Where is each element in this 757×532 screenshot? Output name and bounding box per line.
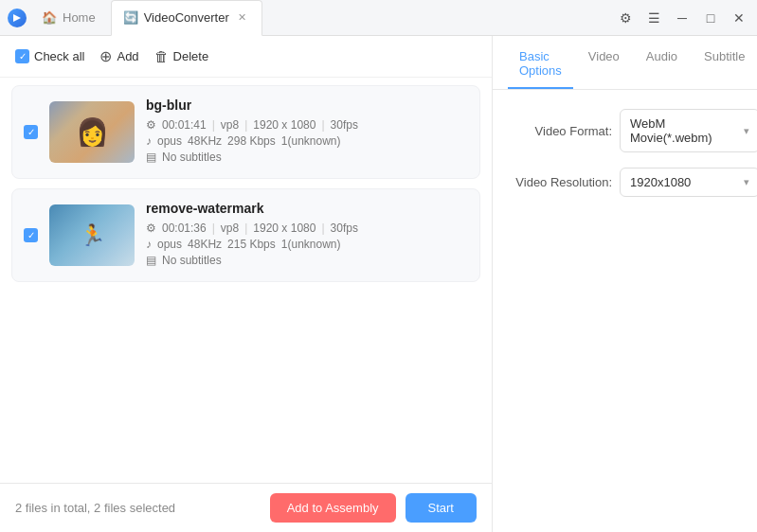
check-all-label: Check all <box>34 49 84 63</box>
home-icon: 🏠 <box>42 10 57 25</box>
tab-video[interactable]: Video <box>577 36 631 89</box>
video-resolution-row: Video Resolution: 1920x1080 ▾ <box>508 168 757 197</box>
app-icon <box>8 9 27 27</box>
file-meta-video-2: ⚙ 00:01:36 | vp8 | 1920 x 1080 | 30fps <box>146 222 468 235</box>
file-meta-audio-1: ♪ opus 48KHz 298 Kbps 1(unknown) <box>146 134 468 148</box>
settings-button[interactable]: ⚙ <box>615 8 636 28</box>
home-tab-label: Home <box>63 10 96 25</box>
add-icon: ⊕ <box>99 47 112 65</box>
fps-2: 30fps <box>331 222 358 235</box>
home-tab[interactable]: 🏠 Home <box>30 0 107 36</box>
audio-bitrate-1: 298 Kbps <box>227 134 276 148</box>
titlebar: 🏠 Home 🔄 VideoConverter ✕ ⚙ ☰ ─ □ ✕ <box>0 0 757 36</box>
add-to-assembly-button[interactable]: Add to Assembly <box>270 493 396 523</box>
options-body: Video Format: WebM Movie(*.webm) ▾ Video… <box>493 90 757 216</box>
thumbnail-image-2: 🏃 <box>49 204 135 266</box>
file-info-2: remove-watermark ⚙ 00:01:36 | vp8 | 1920… <box>146 201 468 270</box>
tab-close-button[interactable]: ✕ <box>235 10 250 26</box>
delete-icon: 🗑 <box>154 48 169 64</box>
duration-1: 00:01:41 <box>162 118 207 132</box>
start-button[interactable]: Start <box>406 493 477 523</box>
video-icon-1: ⚙ <box>146 118 156 132</box>
file-meta-subtitle-2: ▤ No subtitles <box>146 254 468 267</box>
video-format-row: Video Format: WebM Movie(*.webm) ▾ <box>508 109 757 152</box>
video-resolution-select[interactable]: 1920x1080 ▾ <box>620 168 757 197</box>
video-resolution-chevron: ▾ <box>744 176 749 188</box>
file-meta-video-1: ⚙ 00:01:41 | vp8 | 1920 x 1080 | 30fps <box>146 118 468 132</box>
duration-2: 00:01:36 <box>162 222 207 235</box>
bottom-bar: 2 files in total, 2 files selected Add t… <box>0 483 492 532</box>
subtitle-text-2: No subtitles <box>162 254 222 267</box>
delete-item[interactable]: 🗑 Delete <box>154 48 209 64</box>
file-thumbnail-2: 🏃 <box>49 204 135 266</box>
file-list: ✓ 👩 bg-blur ⚙ 00:01:41 | vp8 | 1920 x 10… <box>0 78 492 483</box>
tab-basic-options[interactable]: Basic Options <box>508 36 573 89</box>
check-all-checkbox[interactable]: ✓ <box>15 49 29 63</box>
file-name-1: bg-blur <box>146 98 468 113</box>
menu-button[interactable]: ☰ <box>643 8 664 28</box>
file-checkbox-1[interactable]: ✓ <box>24 125 38 139</box>
main-content: ✓ Check all ⊕ Add 🗑 Delete ✓ 👩 <box>0 36 757 532</box>
converter-tab-label: VideoConverter <box>144 10 229 25</box>
converter-icon: 🔄 <box>123 10 138 25</box>
video-format-value: WebM Movie(*.webm) <box>630 116 744 145</box>
subtitle-text-1: No subtitles <box>162 151 222 164</box>
audio-codec-1: opus <box>157 134 182 148</box>
file-checkbox-2[interactable]: ✓ <box>24 228 38 242</box>
file-meta-audio-2: ♪ opus 48KHz 215 Kbps 1(unknown) <box>146 238 468 251</box>
file-name-2: remove-watermark <box>146 201 468 216</box>
check-all-item[interactable]: ✓ Check all <box>15 49 84 63</box>
file-meta-subtitle-1: ▤ No subtitles <box>146 151 468 164</box>
tab-subtitle[interactable]: Subtitle <box>693 36 756 89</box>
left-panel: ✓ Check all ⊕ Add 🗑 Delete ✓ 👩 <box>0 36 493 532</box>
audio-codec-2: opus <box>157 238 182 251</box>
thumbnail-image-1: 👩 <box>49 101 135 163</box>
minimize-button[interactable]: ─ <box>672 8 693 28</box>
video-format-chevron: ▾ <box>744 125 749 137</box>
toolbar: ✓ Check all ⊕ Add 🗑 Delete <box>0 36 492 78</box>
codec-2: vp8 <box>221 222 239 235</box>
status-text: 2 files in total, 2 files selected <box>15 501 175 515</box>
tab-audio[interactable]: Audio <box>635 36 689 89</box>
bottom-buttons: Add to Assembly Start <box>270 493 477 523</box>
subtitle-icon-1: ▤ <box>146 151 156 164</box>
audio-icon-1: ♪ <box>146 134 152 148</box>
file-thumbnail-1: 👩 <box>49 101 135 163</box>
options-tabs: Basic Options Video Audio Subtitle <box>493 36 757 90</box>
audio-channels-2: 1(unknown) <box>281 238 341 251</box>
add-label: Add <box>117 49 138 63</box>
audio-channels-1: 1(unknown) <box>281 134 341 148</box>
codec-1: vp8 <box>221 118 239 132</box>
maximize-button[interactable]: □ <box>700 8 721 28</box>
video-format-label: Video Format: <box>508 124 612 138</box>
converter-tab[interactable]: 🔄 VideoConverter ✕ <box>111 0 262 36</box>
file-item-2[interactable]: ✓ 🏃 remove-watermark ⚙ 00:01:36 | vp8 | … <box>11 188 480 282</box>
subtitle-icon-2: ▤ <box>146 254 156 267</box>
delete-label: Delete <box>173 49 209 63</box>
add-item[interactable]: ⊕ Add <box>99 47 138 65</box>
window-controls: ⚙ ☰ ─ □ ✕ <box>615 8 749 28</box>
file-item-1[interactable]: ✓ 👩 bg-blur ⚙ 00:01:41 | vp8 | 1920 x 10… <box>11 85 480 179</box>
file-info-1: bg-blur ⚙ 00:01:41 | vp8 | 1920 x 1080 |… <box>146 98 468 167</box>
video-format-select[interactable]: WebM Movie(*.webm) ▾ <box>620 109 757 152</box>
resolution-1: 1920 x 1080 <box>253 118 315 132</box>
audio-freq-2: 48KHz <box>188 238 222 251</box>
fps-1: 30fps <box>331 118 358 132</box>
right-panel: Basic Options Video Audio Subtitle Video… <box>493 36 757 532</box>
audio-bitrate-2: 215 Kbps <box>227 238 276 251</box>
audio-freq-1: 48KHz <box>188 134 222 148</box>
resolution-2: 1920 x 1080 <box>253 222 315 235</box>
video-resolution-value: 1920x1080 <box>630 175 691 189</box>
close-button[interactable]: ✕ <box>729 8 749 28</box>
video-resolution-label: Video Resolution: <box>508 175 612 189</box>
audio-icon-2: ♪ <box>146 238 152 251</box>
video-icon-2: ⚙ <box>146 222 156 235</box>
